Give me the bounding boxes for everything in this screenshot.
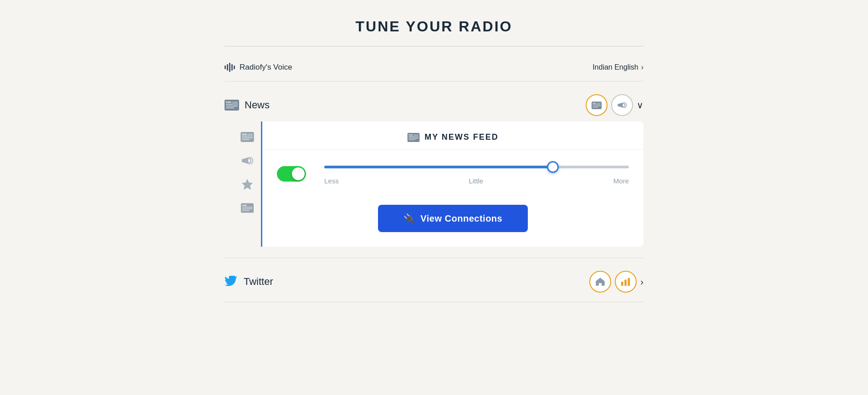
sidebar-star-icon[interactable] (239, 176, 255, 192)
voice-divider (225, 81, 643, 81)
home-icon (595, 277, 605, 287)
sidebar-news-icon[interactable] (239, 129, 255, 145)
megaphone-icon (617, 101, 627, 110)
twitter-section-label: Twitter (225, 276, 273, 288)
view-connections-wrap: 🔌 View Connections (262, 198, 643, 247)
slider-label-less: Less (324, 177, 339, 185)
slider-label-little: Little (469, 177, 483, 185)
twitter-divider-bottom (225, 302, 643, 302)
voice-label: Radiofy's Voice (225, 63, 292, 72)
svg-rect-14 (242, 134, 247, 135)
svg-rect-25 (242, 210, 250, 211)
svg-rect-29 (408, 137, 419, 138)
news-feed-icon (407, 133, 420, 142)
news-label: News (245, 99, 270, 111)
slider-track (324, 166, 629, 168)
svg-rect-19 (242, 159, 244, 162)
twitter-section-icons: › (589, 271, 643, 293)
toggle-track (277, 166, 306, 182)
svg-rect-9 (592, 106, 601, 106)
slider-track-wrap[interactable] (324, 162, 629, 172)
voice-text: Radiofy's Voice (240, 63, 292, 72)
svg-rect-12 (618, 104, 619, 106)
svg-rect-11 (597, 103, 601, 106)
svg-rect-23 (242, 207, 253, 208)
twitter-chart-icon-btn[interactable] (615, 271, 637, 293)
sidebar-grid-icon[interactable] (239, 200, 255, 216)
svg-rect-7 (592, 103, 596, 104)
svg-rect-22 (242, 205, 247, 206)
twitter-bird-icon (225, 276, 238, 288)
toggle-thumb (292, 167, 305, 180)
sidebar-megaphone-icon[interactable] (239, 152, 255, 169)
news-section-row: News (225, 85, 643, 122)
language-label: Indian English (592, 63, 638, 71)
slider-label-more: More (613, 177, 629, 185)
svg-rect-5 (232, 101, 238, 105)
voice-waveform-icon (225, 63, 235, 72)
voice-row: Radiofy's Voice Indian English › (225, 57, 643, 77)
svg-rect-4 (226, 107, 234, 108)
svg-rect-24 (242, 208, 253, 209)
news-main-panel: MY NEWS FEED (262, 122, 643, 247)
slider-fill (324, 166, 553, 168)
twitter-divider-top (225, 258, 643, 258)
slider-labels: Less Little More (324, 177, 629, 185)
svg-rect-30 (408, 139, 415, 140)
svg-rect-31 (414, 134, 419, 137)
news-content-area: MY NEWS FEED (234, 122, 643, 247)
chevron-right-icon: › (641, 63, 643, 71)
svg-rect-10 (592, 106, 598, 107)
svg-rect-27 (408, 134, 413, 136)
svg-rect-32 (621, 282, 623, 286)
title-divider (225, 46, 643, 46)
news-toggle[interactable] (277, 166, 306, 182)
svg-rect-17 (242, 139, 250, 140)
twitter-home-icon-btn[interactable] (589, 271, 611, 293)
news-feed-header: MY NEWS FEED (262, 122, 643, 150)
megaphone-icon-btn[interactable] (611, 94, 633, 116)
svg-rect-3 (226, 106, 238, 106)
svg-rect-34 (628, 278, 630, 286)
controls-row: Less Little More (262, 150, 643, 198)
svg-rect-16 (242, 137, 253, 138)
plug-icon: 🔌 (403, 213, 415, 224)
news-sidebar (234, 122, 262, 247)
svg-rect-18 (248, 134, 253, 137)
twitter-section-row: Twitter › (225, 262, 643, 298)
news-circle-icon (592, 101, 602, 109)
news-feed-title: MY NEWS FEED (424, 132, 499, 142)
language-selector[interactable]: Indian English › (592, 63, 643, 71)
svg-rect-21 (241, 203, 254, 213)
slider-container: Less Little More (324, 162, 629, 185)
bar-chart-icon (621, 277, 631, 286)
view-connections-button[interactable]: 🔌 View Connections (378, 205, 528, 232)
svg-marker-20 (242, 179, 253, 190)
svg-rect-33 (625, 279, 627, 286)
slider-thumb[interactable] (547, 161, 559, 173)
news-section-label: News (225, 99, 270, 111)
twitter-expand-icon[interactable]: › (640, 277, 643, 287)
twitter-label-text: Twitter (244, 276, 273, 288)
news-active-icon-btn[interactable] (586, 94, 608, 116)
page-title: TUNE YOUR RADIO (225, 18, 643, 35)
news-icon (225, 100, 239, 111)
svg-rect-1 (226, 101, 231, 103)
view-connections-label: View Connections (420, 213, 502, 224)
news-section-icons: ∨ (586, 94, 643, 116)
news-expand-icon[interactable]: ∨ (637, 100, 643, 111)
